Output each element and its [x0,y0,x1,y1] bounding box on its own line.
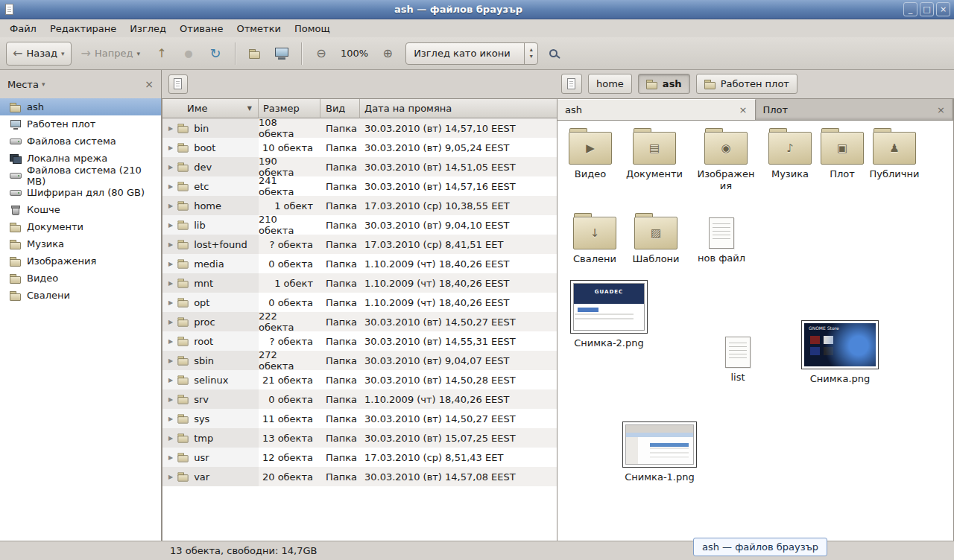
tab-close-button[interactable]: × [937,104,945,115]
expander-icon[interactable]: ▶ [168,396,173,403]
expander-icon[interactable]: ▶ [168,319,173,325]
titlebar[interactable]: ash — файлов браузър _ □ × [0,0,954,19]
search-button[interactable] [541,42,565,66]
menu-item[interactable]: Редактиране [43,22,123,36]
pathbar-button[interactable]: ash [638,74,690,94]
icon-view-item[interactable]: ◉ Изображения [697,128,755,191]
expander-icon[interactable]: ▶ [168,125,173,132]
table-row[interactable]: ▶ root ? обекта Папка 30.03.2010 (вт) 14… [162,331,557,351]
pathbar-button[interactable]: home [588,74,632,94]
zoom-in-button[interactable]: ⊕ [376,42,399,66]
icon-view-item[interactable]: GNOME Store Снимка.png [799,320,881,385]
view-mode-select[interactable]: Изглед като икони ▴▾ [405,42,538,65]
sidebar-item[interactable]: Работен плот [0,115,161,133]
table-row[interactable]: ▶ usr 12 обекта Папка 17.03.2010 (ср) 8,… [162,448,557,467]
icon-view-item[interactable]: list [707,332,769,384]
tab-close-button[interactable]: × [739,104,748,115]
table-row[interactable]: ▶ boot 10 обекта Папка 30.03.2010 (вт) 9… [162,138,557,157]
combo-spinner-icon[interactable]: ▴▾ [524,43,537,64]
menu-item[interactable]: Файл [3,22,43,36]
icon-view-item[interactable]: ▨ Шаблони [625,213,687,265]
sidebar-title[interactable]: Места [7,79,39,90]
icon-view-item[interactable]: ♟ Публични [863,128,926,180]
column-header-type[interactable]: Вид [320,99,360,118]
expander-icon[interactable]: ▶ [168,241,173,248]
column-header-modified[interactable]: Дата на промяна [360,99,557,118]
expander-icon[interactable]: ▶ [168,144,173,151]
sidebar-item[interactable]: Изображения [0,252,161,270]
icon-view-item[interactable]: нов файл [690,213,753,264]
expander-icon[interactable]: ▶ [168,416,173,422]
icon-view[interactable]: ▶ Видео ▤ Документ [557,121,953,541]
menu-item[interactable]: Помощ [288,22,337,36]
back-history-chevron-icon[interactable]: ▾ [61,50,65,57]
expander-icon[interactable]: ▶ [168,164,173,171]
icon-view-item[interactable]: ↓ Свалени [563,213,626,265]
sidebar-item[interactable]: Файлова система [0,133,161,150]
stop-button[interactable]: ● [177,42,200,66]
table-row[interactable]: ▶ lib 210 обекта Папка 30.03.2010 (вт) 9… [162,215,557,235]
expander-icon[interactable]: ▶ [168,338,173,345]
icon-view-item[interactable]: ▶ Видео [559,128,622,180]
sidebar-close-button[interactable]: × [145,78,154,90]
expander-icon[interactable]: ▶ [168,454,173,461]
table-row[interactable]: ▶ sys 11 обекта Папка 30.03.2010 (вт) 14… [162,409,557,428]
sidebar-item[interactable]: Документи [0,218,161,235]
column-header-name[interactable]: Име ▼ [162,99,259,118]
icon-view-item[interactable]: Снимка-1.png [619,421,701,483]
home-button[interactable] [243,42,267,66]
expander-icon[interactable]: ▶ [168,377,173,384]
table-row[interactable]: ▶ mnt 1 обект Папка 1.10.2009 (чт) 18,40… [162,273,557,293]
table-row[interactable]: ▶ proc 222 обекта Папка 30.03.2010 (вт) … [162,312,557,331]
sidebar-item[interactable]: Свалени [0,287,161,304]
places-dropdown-icon[interactable]: ▾ [42,80,45,88]
table-row[interactable]: ▶ opt 0 обекта Папка 1.10.2009 (чт) 18,4… [162,293,557,312]
expander-icon[interactable]: ▶ [168,203,173,209]
expander-icon[interactable]: ▶ [168,435,173,442]
pathbar-scroll-button[interactable] [561,74,582,94]
sidebar-item[interactable]: ash [0,98,161,115]
table-row[interactable]: ▶ sbin 272 обекта Папка 30.03.2010 (вт) … [162,351,557,370]
close-button[interactable]: × [936,2,950,16]
icon-view-item[interactable]: ▤ Документи [623,128,686,180]
table-row[interactable]: ▶ etc 241 обекта Папка 30.03.2010 (вт) 1… [162,176,557,196]
sidebar-item[interactable]: Видео [0,270,161,287]
expander-icon[interactable]: ▶ [168,222,173,229]
table-row[interactable]: ▶ var 20 обекта Папка 30.03.2010 (вт) 14… [162,467,557,486]
expander-icon[interactable]: ▶ [168,299,173,306]
reload-button[interactable]: ↻ [203,42,227,66]
maximize-button[interactable]: □ [920,2,934,16]
table-row[interactable]: ▶ srv 0 обекта Папка 1.10.2009 (чт) 18,4… [162,389,557,409]
sidebar-item[interactable]: Музика [0,235,161,252]
minimize-button[interactable]: _ [903,2,917,16]
pathbar-button[interactable]: Работен плот [696,74,797,94]
tab[interactable]: Плот × [756,99,954,120]
table-row[interactable]: ▶ lost+found ? обекта Папка 17.03.2010 (… [162,235,557,254]
table-row[interactable]: ▶ tmp 13 обекта Папка 30.03.2010 (вт) 15… [162,428,557,448]
tab[interactable]: ash × [557,99,756,120]
table-row[interactable]: ▶ dev 190 обекта Папка 30.03.2010 (вт) 1… [162,157,557,176]
sidebar-item[interactable]: Файлова система (210 MB) [0,167,161,184]
table-row[interactable]: ▶ selinux 21 обекта Папка 30.03.2010 (вт… [162,370,557,389]
expander-icon[interactable]: ▶ [168,261,173,267]
computer-button[interactable] [270,42,294,66]
menu-item[interactable]: Изглед [123,22,173,36]
expander-icon[interactable]: ▶ [168,474,173,480]
forward-button[interactable]: → Напред ▾ [75,42,147,66]
back-button[interactable]: ← Назад ▾ [6,42,72,66]
sidebar-item[interactable]: Кошче [0,201,161,218]
expander-icon[interactable]: ▶ [168,357,173,364]
icon-view-item[interactable]: GUADEC Снимка-2.png [568,280,650,349]
zoom-out-button[interactable]: ⊖ [309,42,333,66]
menu-item[interactable]: Отиване [173,22,230,36]
sidebar-item[interactable]: Шифриран дял (80 GB) [0,184,161,201]
location-toggle-button[interactable] [168,74,188,94]
expander-icon[interactable]: ▶ [168,280,173,287]
menu-item[interactable]: Отметки [230,22,287,36]
up-button[interactable]: ↑ [150,42,174,66]
table-row[interactable]: ▶ home 1 обект Папка 17.03.2010 (ср) 10,… [162,196,557,215]
column-header-size[interactable]: Размер [259,99,320,118]
table-row[interactable]: ▶ media 0 обекта Папка 1.10.2009 (чт) 18… [162,254,557,273]
expander-icon[interactable]: ▶ [168,183,173,190]
table-row[interactable]: ▶ bin 108 обекта Папка 30.03.2010 (вт) 1… [162,118,557,138]
